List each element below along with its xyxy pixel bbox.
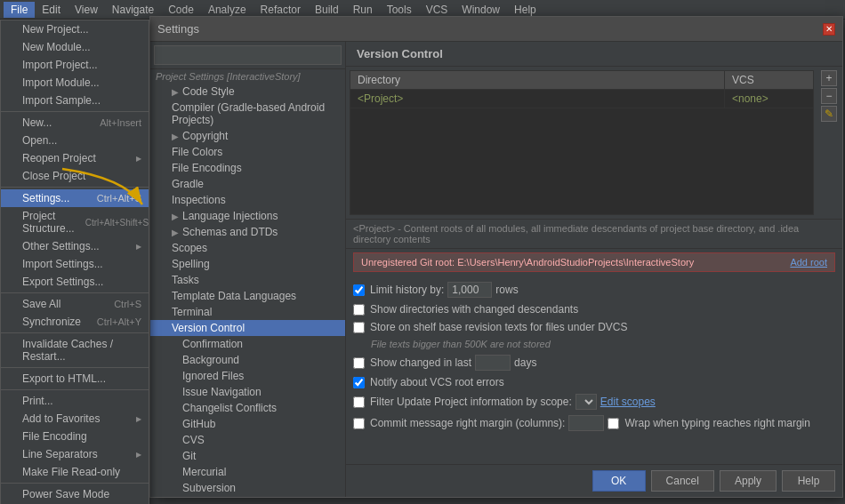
tree-item-cvs[interactable]: CVS <box>150 432 345 448</box>
cell-directory: <Project> <box>350 90 725 108</box>
menu-navigate[interactable]: Navigate <box>105 2 161 18</box>
tree-item-terminal[interactable]: Terminal <box>150 304 345 320</box>
menu-file[interactable]: File <box>4 2 35 18</box>
menu-invalidate-caches[interactable]: Invalidate Caches / Restart... <box>1 335 149 365</box>
settings-title: Settings <box>157 22 199 36</box>
menu-make-readonly[interactable]: Make File Read-only <box>1 463 149 481</box>
limit-history-input[interactable] <box>447 282 492 298</box>
option-show-dirs: Show directories with changed descendant… <box>353 300 835 318</box>
menu-close-project[interactable]: Close Project <box>1 167 149 185</box>
tree-item-language-injections[interactable]: ▶Language Injections <box>150 208 345 224</box>
notify-vcs-checkbox[interactable] <box>353 377 365 388</box>
table-row[interactable]: <Project> <none> <box>350 90 814 108</box>
tree-item-file-encodings[interactable]: File Encodings <box>150 160 345 176</box>
menu-import-project[interactable]: Import Project... <box>1 56 149 74</box>
vc-description: <Project> - Content roots of all modules… <box>346 219 842 249</box>
limit-history-checkbox[interactable] <box>353 284 365 296</box>
edit-scopes-link[interactable]: Edit scopes <box>600 396 656 408</box>
menu-file-encoding[interactable]: File Encoding <box>1 428 149 445</box>
tree-item-git[interactable]: Git <box>150 448 345 464</box>
cancel-button[interactable]: Cancel <box>651 470 714 492</box>
menu-new-project[interactable]: New Project... <box>1 20 149 38</box>
tree-item-template-data[interactable]: Template Data Languages <box>150 288 345 304</box>
menu-import-sample[interactable]: Import Sample... <box>1 92 149 109</box>
menu-vcs[interactable]: VCS <box>419 2 455 18</box>
tree-item-version-control[interactable]: Version Control <box>150 320 345 336</box>
apply-button[interactable]: Apply <box>720 470 777 492</box>
menu-build[interactable]: Build <box>308 2 346 18</box>
vc-table-buttons: + − ✎ <box>821 70 837 122</box>
store-shelf-checkbox[interactable] <box>353 322 365 333</box>
tree-item-copyright[interactable]: ▶Copyright <box>150 128 345 144</box>
filter-scope-dropdown[interactable] <box>575 394 597 410</box>
menu-code[interactable]: Code <box>161 2 201 18</box>
tree-item-gradle[interactable]: Gradle <box>150 176 345 192</box>
menu-reopen-project[interactable]: Reopen Project <box>1 149 149 167</box>
tree-item-code-style[interactable]: ▶Code Style <box>150 84 345 100</box>
tree-item-scopes[interactable]: Scopes <box>150 240 345 256</box>
tree-item-ignored-files[interactable]: Ignored Files <box>150 368 345 384</box>
menu-run[interactable]: Run <box>346 2 380 18</box>
menu-analyze[interactable]: Analyze <box>201 2 254 18</box>
menu-refactor[interactable]: Refactor <box>254 2 308 18</box>
tree-item-file-colors[interactable]: File Colors <box>150 144 345 160</box>
add-directory-button[interactable]: + <box>821 70 837 86</box>
settings-content: Version Control Directory VCS < <box>346 42 842 497</box>
tree-item-inspections[interactable]: Inspections <box>150 192 345 208</box>
menu-import-module[interactable]: Import Module... <box>1 74 149 92</box>
filter-update-checkbox[interactable] <box>353 396 365 408</box>
settings-modal: Settings ✕ Project Settings [Interactive… <box>149 16 843 498</box>
tree-item-issue-navigation[interactable]: Issue Navigation <box>150 384 345 400</box>
settings-search-input[interactable] <box>154 45 342 65</box>
option-commit-margin: Commit message right margin (columns): W… <box>353 412 835 434</box>
tree-item-subversion[interactable]: Subversion <box>150 480 345 496</box>
option-store-shelf: Store on shelf base revision texts for f… <box>353 318 835 336</box>
show-dirs-checkbox[interactable] <box>353 304 365 316</box>
menu-view[interactable]: View <box>68 2 105 18</box>
menu-import-settings[interactable]: Import Settings... <box>1 255 149 273</box>
menu-line-separators[interactable]: Line Separators <box>1 445 149 463</box>
option-file-texts-note: File texts bigger than 500K are not stor… <box>353 336 835 352</box>
tree-item-github[interactable]: GitHub <box>150 416 345 432</box>
show-changed-checkbox[interactable] <box>353 357 365 369</box>
menu-tools[interactable]: Tools <box>380 2 419 18</box>
menu-edit[interactable]: Edit <box>35 2 68 18</box>
tree-item-spelling[interactable]: Spelling <box>150 256 345 272</box>
menu-export-html[interactable]: Export to HTML... <box>1 370 149 388</box>
help-button[interactable]: Help <box>782 470 835 492</box>
tree-item-tasks[interactable]: Tasks <box>150 272 345 288</box>
col-directory: Directory <box>350 71 725 90</box>
commit-margin-input[interactable] <box>568 415 604 431</box>
menu-window[interactable]: Window <box>455 2 507 18</box>
menu-add-favorites[interactable]: Add to Favorites <box>1 410 149 428</box>
tree-item-compiler[interactable]: Compiler (Gradle-based Android Projects) <box>150 100 345 128</box>
menu-save-all[interactable]: Save AllCtrl+S <box>1 295 149 313</box>
menu-new[interactable]: New...Alt+Insert <box>1 114 149 132</box>
menu-synchronize[interactable]: SynchronizeCtrl+Alt+Y <box>1 313 149 331</box>
menu-open[interactable]: Open... <box>1 132 149 149</box>
tree-item-mercurial[interactable]: Mercurial <box>150 464 345 480</box>
wrap-typing-checkbox[interactable] <box>608 418 619 429</box>
menu-print[interactable]: Print... <box>1 392 149 410</box>
edit-directory-button[interactable]: ✎ <box>821 106 837 122</box>
remove-directory-button[interactable]: − <box>821 88 837 104</box>
menu-power-save[interactable]: Power Save Mode <box>1 485 149 503</box>
ok-button[interactable]: OK <box>592 470 646 492</box>
menu-other-settings[interactable]: Other Settings... <box>1 237 149 255</box>
show-changed-input[interactable] <box>475 355 511 371</box>
menu-settings[interactable]: Settings...Ctrl+Alt+S <box>1 189 149 207</box>
close-button[interactable]: ✕ <box>823 23 835 36</box>
settings-tree: Project Settings [InteractiveStory] ▶Cod… <box>150 69 345 497</box>
menu-new-module[interactable]: New Module... <box>1 38 149 56</box>
add-root-link[interactable]: Add root <box>790 257 827 268</box>
menu-project-structure[interactable]: Project Structure...Ctrl+Alt+Shift+S <box>1 207 149 237</box>
commit-margin-checkbox[interactable] <box>353 418 365 429</box>
tree-item-changelist-conflicts[interactable]: Changelist Conflicts <box>150 400 345 416</box>
tree-item-background[interactable]: Background <box>150 352 345 368</box>
vc-table-area: Directory VCS <Project> <none> <box>346 67 842 464</box>
menu-help[interactable]: Help <box>507 2 543 18</box>
tree-item-schemas[interactable]: ▶Schemas and DTDs <box>150 224 345 240</box>
settings-tree-panel: Project Settings [InteractiveStory] ▶Cod… <box>150 42 346 497</box>
tree-item-confirmation[interactable]: Confirmation <box>150 336 345 352</box>
menu-export-settings[interactable]: Export Settings... <box>1 273 149 291</box>
